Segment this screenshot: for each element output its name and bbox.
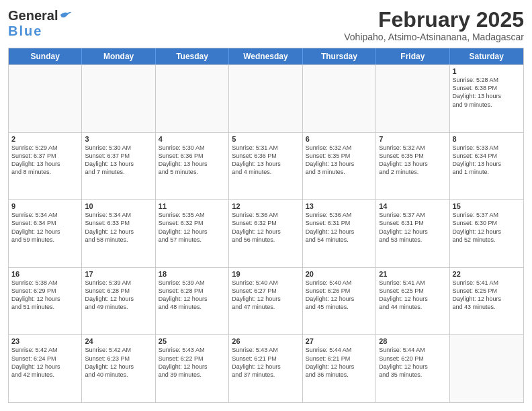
calendar-row-3: 16Sunrise: 5:38 AM Sunset: 6:29 PM Dayli…	[9, 267, 523, 335]
logo-general: General	[8, 8, 58, 24]
day-cell-26: 26Sunrise: 5:43 AM Sunset: 6:21 PM Dayli…	[229, 335, 302, 402]
day-number: 1	[453, 67, 521, 75]
day-cell-2: 2Sunrise: 5:29 AM Sunset: 6:37 PM Daylig…	[9, 133, 82, 200]
day-cell-15: 15Sunrise: 5:37 AM Sunset: 6:30 PM Dayli…	[450, 200, 523, 267]
day-cell-11: 11Sunrise: 5:35 AM Sunset: 6:32 PM Dayli…	[156, 200, 229, 267]
logo: General Blue	[8, 8, 71, 39]
day-number: 27	[306, 337, 373, 345]
day-info: Sunrise: 5:43 AM Sunset: 6:22 PM Dayligh…	[159, 346, 226, 379]
day-info: Sunrise: 5:28 AM Sunset: 6:38 PM Dayligh…	[453, 76, 521, 109]
day-info: Sunrise: 5:34 AM Sunset: 6:34 PM Dayligh…	[11, 211, 79, 244]
day-info: Sunrise: 5:34 AM Sunset: 6:33 PM Dayligh…	[85, 211, 152, 244]
empty-cell	[82, 65, 155, 132]
day-info: Sunrise: 5:39 AM Sunset: 6:28 PM Dayligh…	[159, 279, 226, 312]
day-info: Sunrise: 5:43 AM Sunset: 6:21 PM Dayligh…	[232, 346, 299, 379]
day-info: Sunrise: 5:32 AM Sunset: 6:35 PM Dayligh…	[379, 144, 446, 177]
day-number: 3	[85, 135, 152, 143]
header-cell-wednesday: Wednesday	[229, 48, 302, 64]
header-cell-tuesday: Tuesday	[156, 48, 229, 64]
day-info: Sunrise: 5:31 AM Sunset: 6:36 PM Dayligh…	[232, 144, 299, 177]
day-number: 22	[453, 270, 521, 278]
day-cell-20: 20Sunrise: 5:40 AM Sunset: 6:26 PM Dayli…	[303, 268, 376, 335]
day-number: 2	[11, 135, 79, 143]
day-cell-18: 18Sunrise: 5:39 AM Sunset: 6:28 PM Dayli…	[156, 268, 229, 335]
day-number: 18	[159, 270, 226, 278]
day-info: Sunrise: 5:33 AM Sunset: 6:34 PM Dayligh…	[453, 144, 521, 177]
day-number: 24	[85, 337, 152, 345]
day-cell-12: 12Sunrise: 5:36 AM Sunset: 6:32 PM Dayli…	[229, 200, 302, 267]
header-cell-thursday: Thursday	[303, 48, 376, 64]
day-info: Sunrise: 5:39 AM Sunset: 6:28 PM Dayligh…	[85, 279, 152, 312]
day-number: 4	[159, 135, 226, 143]
day-cell-7: 7Sunrise: 5:32 AM Sunset: 6:35 PM Daylig…	[376, 133, 449, 200]
day-number: 5	[232, 135, 299, 143]
day-info: Sunrise: 5:41 AM Sunset: 6:25 PM Dayligh…	[453, 279, 521, 312]
day-number: 11	[159, 202, 226, 210]
calendar-body: 1Sunrise: 5:28 AM Sunset: 6:38 PM Daylig…	[9, 64, 523, 402]
day-cell-5: 5Sunrise: 5:31 AM Sunset: 6:36 PM Daylig…	[229, 133, 302, 200]
day-info: Sunrise: 5:36 AM Sunset: 6:31 PM Dayligh…	[306, 211, 373, 244]
logo-blue: Blue	[8, 24, 42, 38]
header-cell-sunday: Sunday	[9, 48, 82, 64]
day-info: Sunrise: 5:30 AM Sunset: 6:36 PM Dayligh…	[159, 144, 226, 177]
day-info: Sunrise: 5:44 AM Sunset: 6:20 PM Dayligh…	[379, 346, 446, 379]
day-cell-24: 24Sunrise: 5:42 AM Sunset: 6:23 PM Dayli…	[82, 335, 155, 402]
day-cell-14: 14Sunrise: 5:37 AM Sunset: 6:31 PM Dayli…	[376, 200, 449, 267]
day-number: 20	[306, 270, 373, 278]
day-info: Sunrise: 5:42 AM Sunset: 6:24 PM Dayligh…	[11, 346, 79, 379]
calendar-row-1: 2Sunrise: 5:29 AM Sunset: 6:37 PM Daylig…	[9, 132, 523, 200]
day-cell-6: 6Sunrise: 5:32 AM Sunset: 6:35 PM Daylig…	[303, 133, 376, 200]
title-section: February 2025 Vohipaho, Atsimo-Atsinanan…	[344, 8, 524, 42]
day-number: 25	[159, 337, 226, 345]
day-info: Sunrise: 5:35 AM Sunset: 6:32 PM Dayligh…	[159, 211, 226, 244]
day-number: 14	[379, 202, 446, 210]
month-title: February 2025	[344, 8, 524, 32]
empty-cell	[9, 65, 82, 132]
day-info: Sunrise: 5:40 AM Sunset: 6:27 PM Dayligh…	[232, 279, 299, 312]
day-info: Sunrise: 5:41 AM Sunset: 6:25 PM Dayligh…	[379, 279, 446, 312]
day-number: 10	[85, 202, 152, 210]
header-cell-monday: Monday	[82, 48, 155, 64]
day-cell-1: 1Sunrise: 5:28 AM Sunset: 6:38 PM Daylig…	[450, 65, 523, 132]
day-info: Sunrise: 5:40 AM Sunset: 6:26 PM Dayligh…	[306, 279, 373, 312]
day-cell-23: 23Sunrise: 5:42 AM Sunset: 6:24 PM Dayli…	[9, 335, 82, 402]
day-number: 9	[11, 202, 79, 210]
day-number: 26	[232, 337, 299, 345]
day-cell-8: 8Sunrise: 5:33 AM Sunset: 6:34 PM Daylig…	[450, 133, 523, 200]
day-number: 19	[232, 270, 299, 278]
day-info: Sunrise: 5:42 AM Sunset: 6:23 PM Dayligh…	[85, 346, 152, 379]
empty-cell	[156, 65, 229, 132]
day-info: Sunrise: 5:36 AM Sunset: 6:32 PM Dayligh…	[232, 211, 299, 244]
day-number: 15	[453, 202, 521, 210]
day-cell-4: 4Sunrise: 5:30 AM Sunset: 6:36 PM Daylig…	[156, 133, 229, 200]
day-cell-19: 19Sunrise: 5:40 AM Sunset: 6:27 PM Dayli…	[229, 268, 302, 335]
day-number: 23	[11, 337, 79, 345]
day-info: Sunrise: 5:30 AM Sunset: 6:37 PM Dayligh…	[85, 144, 152, 177]
day-number: 28	[379, 337, 446, 345]
calendar-row-0: 1Sunrise: 5:28 AM Sunset: 6:38 PM Daylig…	[9, 64, 523, 132]
header-cell-friday: Friday	[376, 48, 449, 64]
empty-cell	[450, 335, 523, 402]
empty-cell	[229, 65, 302, 132]
logo-bird-icon	[59, 9, 71, 20]
day-cell-22: 22Sunrise: 5:41 AM Sunset: 6:25 PM Dayli…	[450, 268, 523, 335]
day-cell-25: 25Sunrise: 5:43 AM Sunset: 6:22 PM Dayli…	[156, 335, 229, 402]
day-cell-13: 13Sunrise: 5:36 AM Sunset: 6:31 PM Dayli…	[303, 200, 376, 267]
day-cell-10: 10Sunrise: 5:34 AM Sunset: 6:33 PM Dayli…	[82, 200, 155, 267]
day-cell-17: 17Sunrise: 5:39 AM Sunset: 6:28 PM Dayli…	[82, 268, 155, 335]
day-info: Sunrise: 5:29 AM Sunset: 6:37 PM Dayligh…	[11, 144, 79, 177]
calendar: SundayMondayTuesdayWednesdayThursdayFrid…	[8, 48, 524, 403]
day-cell-21: 21Sunrise: 5:41 AM Sunset: 6:25 PM Dayli…	[376, 268, 449, 335]
day-number: 16	[11, 270, 79, 278]
location-title: Vohipaho, Atsimo-Atsinanana, Madagascar	[344, 32, 524, 42]
day-cell-28: 28Sunrise: 5:44 AM Sunset: 6:20 PM Dayli…	[376, 335, 449, 402]
day-cell-27: 27Sunrise: 5:44 AM Sunset: 6:21 PM Dayli…	[303, 335, 376, 402]
day-cell-16: 16Sunrise: 5:38 AM Sunset: 6:29 PM Dayli…	[9, 268, 82, 335]
day-cell-3: 3Sunrise: 5:30 AM Sunset: 6:37 PM Daylig…	[82, 133, 155, 200]
day-info: Sunrise: 5:37 AM Sunset: 6:31 PM Dayligh…	[379, 211, 446, 244]
day-number: 17	[85, 270, 152, 278]
day-number: 12	[232, 202, 299, 210]
calendar-header: SundayMondayTuesdayWednesdayThursdayFrid…	[9, 48, 523, 64]
empty-cell	[303, 65, 376, 132]
day-info: Sunrise: 5:32 AM Sunset: 6:35 PM Dayligh…	[306, 144, 373, 177]
